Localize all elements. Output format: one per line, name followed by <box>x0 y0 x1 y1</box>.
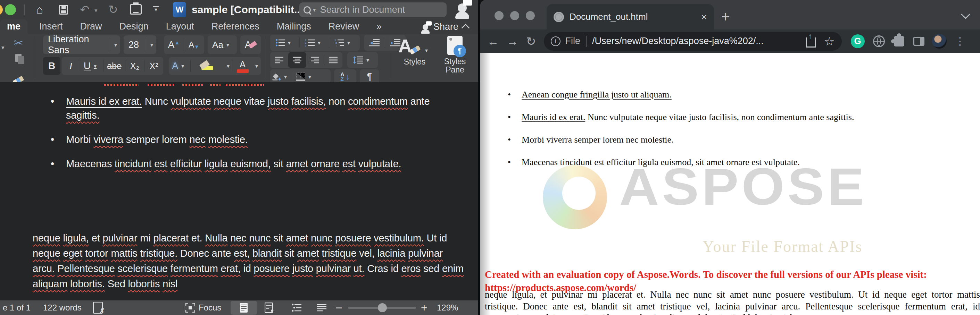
close-traffic-light[interactable] <box>495 11 504 20</box>
subscript-button[interactable]: X₂ <box>126 57 144 75</box>
font-name-combo[interactable]: Liberation Sans ▾ <box>43 35 120 54</box>
zoom-traffic-light[interactable] <box>526 11 535 20</box>
page-info-icon[interactable]: i <box>551 36 560 46</box>
change-case-button[interactable]: Aa ▾ <box>208 35 237 54</box>
redo-icon[interactable]: ↻ <box>108 3 118 16</box>
tab-search-chevron-icon[interactable] <box>961 10 970 19</box>
numbered-list-button[interactable]: 123 ▾ <box>300 35 329 51</box>
globe-extension-icon[interactable] <box>873 35 885 47</box>
misspelled-word: molestie. <box>208 134 248 145</box>
ribbon-tab-insert[interactable]: Insert <box>39 19 63 34</box>
share-button[interactable]: Share <box>421 22 468 32</box>
paste-dropdown-caret[interactable]: ▾ <box>2 44 5 51</box>
side-panel-icon[interactable] <box>913 37 924 46</box>
draft-view-button[interactable] <box>317 301 326 315</box>
address-bar[interactable]: i File /Users/new/Desktop/aspose-java%20… <box>544 32 842 51</box>
shrink-font-button[interactable]: A▼ <box>184 35 204 54</box>
font-size-combo[interactable]: 28 ▾ <box>124 35 156 54</box>
align-center-button[interactable] <box>288 52 306 68</box>
copy-icon[interactable] <box>15 54 22 62</box>
ribbon-tab-home[interactable]: me <box>0 19 27 34</box>
ribbon-tab-more[interactable]: » <box>377 19 382 34</box>
focus-toggle[interactable]: Focus <box>185 301 221 315</box>
word-count[interactable]: 122 words <box>43 301 82 315</box>
shading-button[interactable]: ▾ <box>270 70 292 84</box>
zoom-percent[interactable]: 129% <box>437 301 458 315</box>
search-box[interactable]: ▾ <box>299 2 447 17</box>
zoom-in-button[interactable]: + <box>421 301 428 315</box>
text-effects-button[interactable]: A▾ <box>169 57 190 75</box>
zoom-slider-thumb[interactable] <box>378 303 387 312</box>
styles-pane-button[interactable]: ¶ Styles Pane <box>437 36 473 74</box>
grammarly-extension-icon[interactable]: G <box>851 34 865 48</box>
sort-button[interactable]: A Z ↓ <box>334 70 356 84</box>
highlight-caret[interactable]: ▾ <box>224 63 233 70</box>
bullet-list-button[interactable]: ▾ <box>270 35 299 51</box>
ribbon-tab-layout[interactable]: Layout <box>166 19 194 34</box>
share-page-icon[interactable] <box>806 38 816 47</box>
home-icon[interactable]: ⌂ <box>36 3 43 16</box>
line-spacing-button[interactable]: ▾ <box>347 52 378 68</box>
browser-page[interactable]: ASPOSE Your File Format APIs Aenean cong… <box>480 53 980 315</box>
decrease-indent-button[interactable] <box>364 35 385 51</box>
multilevel-list-button[interactable]: 1ai ▾ <box>329 35 358 51</box>
word-paragraph: neque ligula, et pulvinar mi placerat et… <box>33 230 464 291</box>
ribbon-tab-mailings[interactable]: Mailings <box>277 19 311 34</box>
back-icon[interactable]: ← <box>487 35 499 47</box>
profile-avatar[interactable] <box>932 34 947 49</box>
tab-close-icon[interactable]: × <box>701 11 707 23</box>
browser-tab[interactable]: Document_out.html × <box>547 4 714 30</box>
extensions-puzzle-icon[interactable] <box>894 36 904 46</box>
borders-button[interactable]: ▾ <box>292 70 318 84</box>
clear-formatting-button[interactable]: A <box>240 35 261 54</box>
undo-icon[interactable]: ↶ <box>80 3 90 16</box>
save-icon[interactable] <box>59 5 68 14</box>
reload-icon[interactable]: ↻ <box>526 35 536 47</box>
print-layout-view-button[interactable] <box>231 301 257 315</box>
quick-access-collapse-icon[interactable]: ▾ <box>153 6 159 12</box>
outline-view-button[interactable] <box>292 301 301 315</box>
page-indicator[interactable]: e 1 of 1 <box>3 301 30 315</box>
ribbon-tab-design[interactable]: Design <box>119 19 149 34</box>
zoom-out-button[interactable]: − <box>336 301 342 315</box>
browser-menu-icon[interactable]: ⋮ <box>955 35 966 47</box>
html-bullet-item: Morbi viverra semper lorem nec molestie. <box>508 134 854 146</box>
shading-bucket-icon <box>272 73 281 81</box>
ribbon-tab-draw[interactable]: Draw <box>80 19 102 34</box>
bookmark-star-icon[interactable]: ☆ <box>824 34 835 48</box>
bold-button[interactable]: B <box>43 57 60 75</box>
font-color-button[interactable]: A <box>233 57 252 75</box>
cut-icon[interactable]: ✂ <box>14 36 23 50</box>
people-comments-icon[interactable] <box>458 3 467 13</box>
forward-icon[interactable]: → <box>507 35 519 47</box>
minimize-traffic-light[interactable] <box>510 11 519 20</box>
superscript-button[interactable]: X² <box>145 57 163 75</box>
collapse-ribbon-icon[interactable] <box>461 24 469 32</box>
undo-dropdown-caret[interactable]: ▾ <box>94 7 98 14</box>
search-scope-caret[interactable]: ▾ <box>313 6 316 14</box>
align-right-button[interactable] <box>306 52 325 68</box>
grow-font-button[interactable]: A▲ <box>164 35 184 54</box>
underline-button[interactable]: U▾ <box>80 57 103 75</box>
font-color-caret[interactable]: ▾ <box>252 63 261 70</box>
word-bullet-item: Mauris id ex erat. Nunc vulputate neque … <box>51 94 430 122</box>
align-left-button[interactable] <box>270 52 288 68</box>
proofing-status-icon[interactable]: ✗ <box>93 301 103 315</box>
highlight-button[interactable] <box>191 57 224 75</box>
word-document-canvas[interactable]: Mauris id ex erat. Nunc vulputate neque … <box>0 82 478 301</box>
justify-button[interactable] <box>325 52 342 68</box>
word-bullet-item: Maecenas tincidunt est efficitur ligula … <box>51 157 430 171</box>
minimize-traffic-light[interactable] <box>0 4 3 15</box>
styles-button[interactable]: A ▾ Styles <box>398 35 431 66</box>
search-input[interactable] <box>320 4 436 16</box>
show-marks-button[interactable]: ¶ <box>360 70 379 84</box>
ribbon-tab-references[interactable]: References <box>212 19 259 34</box>
new-tab-button[interactable]: + <box>721 10 730 24</box>
print-icon[interactable] <box>130 4 142 14</box>
italic-button[interactable]: I <box>62 57 80 75</box>
ribbon-tab-review[interactable]: Review <box>329 19 360 34</box>
strikethrough-button[interactable]: abe <box>103 57 125 75</box>
zoom-traffic-light[interactable] <box>5 4 16 15</box>
clipped-line-squiggle <box>104 84 139 86</box>
web-layout-view-button[interactable] <box>265 301 274 315</box>
